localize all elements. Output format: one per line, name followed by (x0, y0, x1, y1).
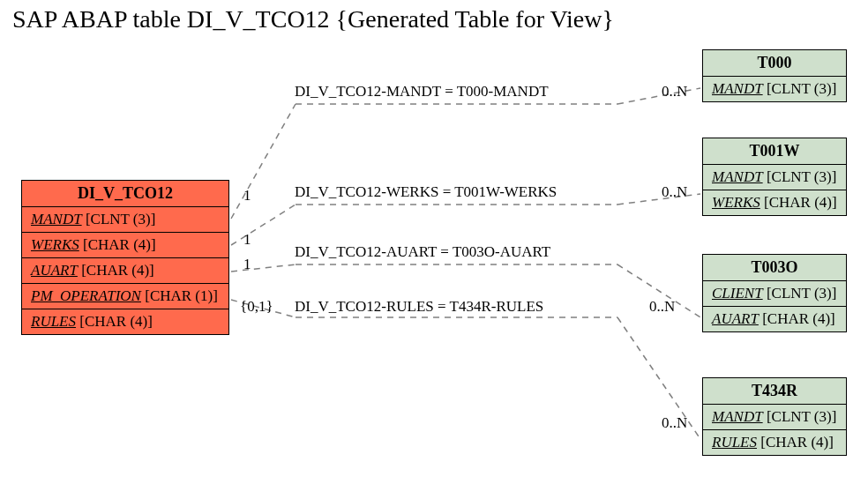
cardinality-right: 0..N (662, 414, 687, 432)
entity-field: PM_OPERATION [CHAR (1)] (22, 284, 228, 309)
entity-t000: T000 MANDT [CLNT (3)] (702, 49, 847, 102)
cardinality-left: 1 (243, 231, 251, 249)
entity-t001w: T001W MANDT [CLNT (3)] WERKS [CHAR (4)] (702, 138, 847, 216)
entity-field: RULES [CHAR (4)] (703, 430, 846, 455)
cardinality-left: 1 (243, 187, 251, 205)
field-type: [CHAR (4)] (762, 310, 835, 327)
cardinality-left: 1 (243, 256, 251, 273)
entity-field: AUART [CHAR (4)] (22, 258, 228, 284)
page-title: SAP ABAP table DI_V_TCO12 {Generated Tab… (12, 5, 614, 34)
cardinality-left: {0,1} (240, 298, 273, 316)
field-name: CLIENT (712, 285, 763, 302)
field-type: [CLNT (3)] (767, 168, 836, 185)
cardinality-right: 0..N (662, 83, 687, 101)
entity-field: WERKS [CHAR (4)] (22, 233, 228, 258)
field-name: MANDT (712, 168, 763, 185)
entity-header: T003O (703, 255, 846, 281)
cardinality-right: 0..N (649, 298, 675, 316)
field-type: [CHAR (1)] (145, 287, 218, 304)
entity-di-v-tco12: DI_V_TCO12 MANDT [CLNT (3)] WERKS [CHAR … (21, 180, 229, 335)
field-type: [CHAR (4)] (79, 313, 153, 330)
field-name: AUART (31, 262, 78, 279)
relation-label: DI_V_TCO12-MANDT = T000-MANDT (295, 83, 549, 101)
cardinality-right: 0..N (662, 183, 687, 201)
entity-header: T000 (703, 50, 846, 77)
relation-label: DI_V_TCO12-AUART = T003O-AUART (295, 243, 550, 261)
field-name: MANDT (31, 211, 82, 227)
entity-field: RULES [CHAR (4)] (22, 309, 228, 334)
field-type: [CHAR (4)] (81, 262, 154, 279)
field-type: [CLNT (3)] (767, 285, 836, 302)
entity-header: T001W (703, 138, 846, 165)
svg-line-6 (231, 264, 296, 272)
field-name: RULES (31, 313, 76, 330)
field-type: [CLNT (3)] (767, 408, 836, 425)
entity-header: DI_V_TCO12 (22, 181, 228, 207)
svg-line-2 (617, 88, 700, 104)
field-type: [CHAR (4)] (764, 194, 837, 211)
field-name: WERKS (712, 194, 760, 211)
entity-t003o: T003O CLIENT [CLNT (3)] AUART [CHAR (4)] (702, 254, 847, 332)
relation-label: DI_V_TCO12-WERKS = T001W-WERKS (295, 183, 557, 201)
field-name: WERKS (31, 236, 79, 253)
entity-field: MANDT [CLNT (3)] (703, 405, 846, 430)
field-type: [CHAR (4)] (83, 236, 156, 253)
entity-t434r: T434R MANDT [CLNT (3)] RULES [CHAR (4)] (702, 377, 847, 456)
svg-line-11 (617, 317, 700, 439)
field-name: MANDT (712, 80, 763, 97)
svg-line-3 (231, 205, 296, 245)
field-name: AUART (712, 310, 759, 327)
field-type: [CHAR (4)] (760, 434, 834, 450)
relation-label: DI_V_TCO12-RULES = T434R-RULES (295, 298, 543, 316)
field-type: [CLNT (3)] (86, 211, 155, 227)
entity-header: T434R (703, 378, 846, 405)
entity-field: MANDT [CLNT (3)] (703, 165, 846, 190)
field-name: RULES (712, 434, 757, 450)
entity-field: AUART [CHAR (4)] (703, 307, 846, 331)
field-name: MANDT (712, 408, 763, 425)
entity-field: MANDT [CLNT (3)] (22, 207, 228, 233)
svg-line-0 (231, 104, 296, 219)
field-name: PM_OPERATION (31, 287, 141, 304)
entity-field: MANDT [CLNT (3)] (703, 77, 846, 101)
svg-line-5 (617, 194, 700, 205)
entity-field: WERKS [CHAR (4)] (703, 190, 846, 215)
field-type: [CLNT (3)] (767, 80, 836, 97)
entity-field: CLIENT [CLNT (3)] (703, 281, 846, 307)
